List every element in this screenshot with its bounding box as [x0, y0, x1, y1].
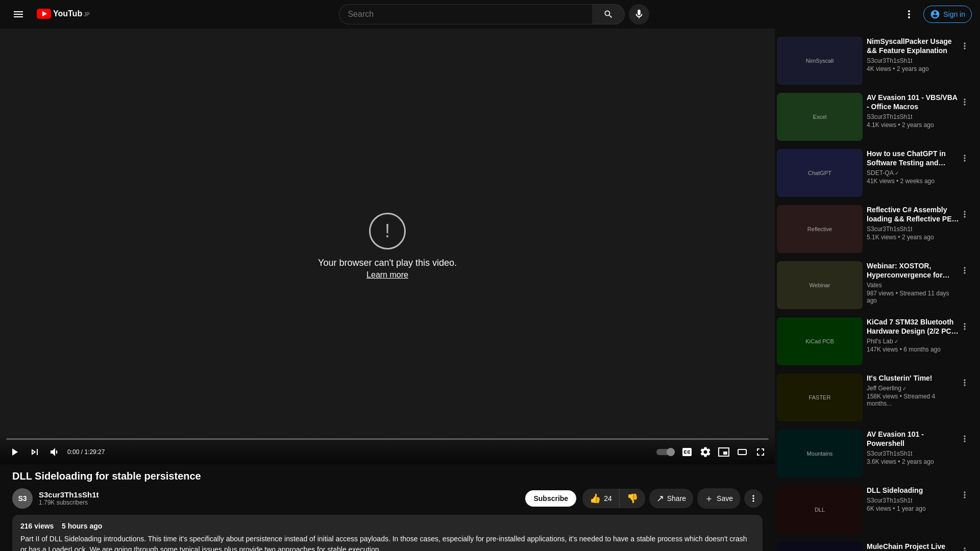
subscriber-count: 1.79K subscribers	[39, 499, 519, 506]
video-thumbnail: Reflective	[777, 205, 863, 253]
sidebar-video-item[interactable]: MuleChain MuleChain Project Live Stream …	[775, 540, 974, 551]
video-thumbnail: Webinar	[777, 261, 863, 309]
sidebar-video-title: Webinar: XOSTOR, Hyperconvergence for XC…	[867, 261, 960, 280]
save-button[interactable]: ＋ Save	[697, 488, 740, 509]
sidebar-video-title: AV Evasion 101 - VBS/VBA - Office Macros	[867, 93, 960, 111]
sidebar-video-item[interactable]: Webinar Webinar: XOSTOR, Hyperconvergenc…	[775, 259, 974, 311]
sidebar-channel-name[interactable]: S3cur3Th1sSh1t	[867, 57, 960, 64]
sidebar-channel-name[interactable]: Phil's Lab✓	[867, 338, 960, 345]
sidebar-video-meta: 3.6K views • 2 years ago	[867, 458, 960, 465]
time-display: 0:00 / 1:29:27	[67, 448, 105, 456]
more-actions-button[interactable]	[744, 489, 763, 508]
video-thumbnail: MuleChain	[777, 542, 863, 551]
svg-text:YouTube: YouTube	[53, 9, 83, 18]
video-thumbnail: Excel	[777, 93, 863, 141]
sidebar-more-button[interactable]	[958, 319, 972, 334]
autoplay-toggle[interactable]	[654, 445, 677, 459]
sidebar-more-button[interactable]	[958, 263, 972, 278]
thumb-placeholder: MuleChain	[777, 542, 863, 551]
thumb-placeholder: DLL	[777, 486, 863, 534]
subtitles-button[interactable]	[679, 444, 695, 460]
theater-mode-button[interactable]	[734, 444, 750, 460]
sidebar-more-button[interactable]	[958, 488, 972, 502]
sidebar-video-item[interactable]: Excel AV Evasion 101 - VBS/VBA - Office …	[775, 91, 974, 143]
description-text: Part II of DLL Sideloading introductions…	[20, 534, 754, 551]
sidebar-video-title: KiCad 7 STM32 Bluetooth Hardware Design …	[867, 317, 960, 336]
fullscreen-button[interactable]	[752, 444, 769, 460]
thumb-placeholder: NimSyscall	[777, 37, 863, 85]
sidebar-channel-name[interactable]: S3cur3Th1sSh1t	[867, 497, 960, 504]
progress-bar[interactable]	[6, 438, 769, 440]
sidebar-video-meta: 6K views • 1 year ago	[867, 505, 960, 512]
video-controls: 0:00 / 1:29:27	[0, 434, 775, 464]
hamburger-button[interactable]	[8, 4, 29, 24]
sidebar-more-button[interactable]	[958, 375, 972, 390]
like-button[interactable]: 👍 24	[582, 489, 620, 508]
like-count: 24	[604, 494, 612, 503]
channel-avatar[interactable]: S3	[12, 488, 33, 509]
settings-button[interactable]	[697, 444, 714, 460]
sidebar-more-button[interactable]	[958, 207, 972, 221]
verified-icon: ✓	[895, 170, 899, 176]
sidebar-video-info: It's Clusterin' Time! Jeff Geerling✓ 158…	[867, 373, 972, 421]
sign-in-button[interactable]: Sign in	[923, 6, 972, 23]
video-player[interactable]: ! Your browser can't play this video. Le…	[0, 29, 775, 464]
sidebar-channel-name[interactable]: SDET-QA✓	[867, 169, 960, 177]
search-button[interactable]	[592, 4, 625, 24]
duration: 1:29:27	[84, 448, 105, 456]
next-button[interactable]	[27, 444, 43, 460]
header: YouTube JP Sign in	[0, 0, 980, 29]
sidebar-channel-name[interactable]: S3cur3Th1sSh1t	[867, 226, 960, 233]
mic-button[interactable]	[629, 4, 649, 24]
video-player-container: ! Your browser can't play this video. Le…	[0, 29, 775, 464]
sidebar-channel-name[interactable]: Vates	[867, 282, 960, 289]
search-input[interactable]	[339, 4, 592, 24]
sidebar-more-button[interactable]	[958, 432, 972, 446]
error-text: Your browser can't play this video. Lear…	[318, 258, 457, 280]
sidebar-video-item[interactable]: FASTER It's Clusterin' Time! Jeff Geerli…	[775, 371, 974, 423]
play-button[interactable]	[6, 444, 22, 460]
sidebar-video-item[interactable]: Mountains AV Evasion 101 - Powershell S3…	[775, 428, 974, 480]
sidebar-video-info: MuleChain Project Live Stream MuleChain …	[867, 542, 972, 551]
thumb-placeholder: Webinar	[777, 261, 863, 309]
sidebar-video-meta: 5.1K views • 2 years ago	[867, 234, 960, 241]
volume-button[interactable]	[47, 444, 63, 460]
more-options-button[interactable]	[899, 4, 919, 24]
learn-more-link[interactable]: Learn more	[366, 270, 408, 279]
video-thumbnail: KiCad PCB	[777, 317, 863, 365]
sidebar-channel-name[interactable]: Jeff Geerling✓	[867, 385, 960, 392]
current-time: 0:00	[67, 448, 79, 456]
sidebar-video-item[interactable]: Reflective Reflective C# Assembly loadin…	[775, 203, 974, 255]
sidebar-video-item[interactable]: NimSyscall NimSyscallPacker Usage && Fea…	[775, 35, 974, 87]
controls-row: 0:00 / 1:29:27	[6, 444, 769, 460]
share-button[interactable]: ↗ Share	[649, 489, 693, 508]
channel-row: S3 S3cur3Th1sSh1t 1.79K subscribers Subs…	[12, 488, 763, 509]
subscribe-button[interactable]: Subscribe	[525, 490, 576, 507]
sidebar-more-button[interactable]	[958, 95, 972, 109]
sidebar-video-info: Reflective C# Assembly loading && Reflec…	[867, 205, 972, 253]
sidebar-channel-name[interactable]: S3cur3Th1sSh1t	[867, 450, 960, 457]
sidebar-channel-name[interactable]: S3cur3Th1sSh1t	[867, 113, 960, 120]
header-left: YouTube JP	[8, 4, 90, 24]
action-buttons: 👍 24 👎 ↗ Share ＋ Save	[582, 488, 763, 509]
search-form	[339, 4, 625, 24]
youtube-logo[interactable]: YouTube JP	[37, 6, 90, 22]
thumb-placeholder: Reflective	[777, 205, 863, 253]
video-thumbnail: NimSyscall	[777, 37, 863, 85]
miniplayer-button[interactable]	[716, 444, 732, 460]
sidebar-video-info: NimSyscallPacker Usage && Feature Explan…	[867, 37, 972, 85]
sidebar-video-item[interactable]: DLL DLL Sideloading S3cur3Th1sSh1t 6K vi…	[775, 484, 974, 536]
sidebar-video-item[interactable]: KiCad PCB KiCad 7 STM32 Bluetooth Hardwa…	[775, 315, 974, 367]
sidebar-video-title: DLL Sideloading	[867, 486, 960, 495]
youtube-logo-icon: YouTube	[37, 6, 83, 22]
video-thumbnail: DLL	[777, 486, 863, 534]
dislike-button[interactable]: 👎	[620, 489, 645, 508]
sidebar-video-item[interactable]: ChatGPT How to use ChatGPT in Software T…	[775, 147, 974, 199]
sidebar-video-meta: 147K views • 6 months ago	[867, 346, 960, 353]
sidebar-more-button[interactable]	[958, 39, 972, 53]
verified-icon: ✓	[894, 339, 898, 344]
channel-name[interactable]: S3cur3Th1sSh1t	[39, 490, 519, 499]
sidebar-video-title: AV Evasion 101 - Powershell	[867, 430, 960, 448]
sidebar-more-button[interactable]	[958, 151, 972, 165]
description-box[interactable]: 216 views 5 hours ago Part II of DLL Sid…	[12, 515, 763, 551]
